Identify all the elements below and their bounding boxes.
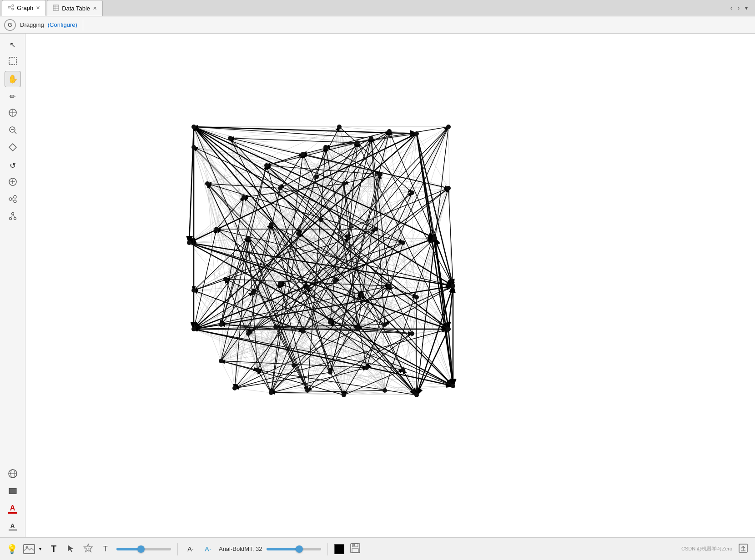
svg-point-790 <box>332 279 337 284</box>
graph-canvas[interactable] <box>25 34 755 537</box>
upload-button[interactable] <box>737 543 750 555</box>
svg-point-802 <box>410 331 414 336</box>
svg-point-812 <box>269 390 273 395</box>
bottom-toolbar: 💡 ▾ T T <box>0 537 755 560</box>
svg-point-27 <box>11 213 14 215</box>
svg-point-796 <box>246 331 251 336</box>
rectangle-tool[interactable] <box>5 484 21 500</box>
select-bottom-button[interactable] <box>65 543 77 555</box>
svg-point-805 <box>255 368 260 372</box>
svg-line-416 <box>194 290 271 393</box>
hand-tool[interactable]: ✋ <box>5 71 21 87</box>
svg-line-578 <box>417 329 448 395</box>
image-button[interactable] <box>23 543 35 555</box>
svg-point-774 <box>187 240 191 245</box>
svg-line-31 <box>13 215 15 218</box>
svg-point-785 <box>191 288 196 293</box>
tab-datatable-close[interactable]: ✕ <box>93 6 97 11</box>
svg-point-788 <box>278 281 282 286</box>
svg-point-781 <box>373 227 378 231</box>
svg-line-468 <box>362 295 448 329</box>
svg-point-2 <box>12 8 14 10</box>
text-tool-red[interactable]: A <box>5 501 21 517</box>
svg-point-770 <box>342 181 346 186</box>
cursor-icon: ↖ <box>10 40 15 49</box>
pencil-icon: ✏ <box>10 92 15 101</box>
select-tool[interactable] <box>5 54 21 70</box>
star-button[interactable] <box>82 543 95 555</box>
zoom-out-tool[interactable] <box>5 123 21 139</box>
size-slider[interactable] <box>116 548 171 550</box>
color-selector[interactable] <box>334 544 344 554</box>
svg-point-792 <box>387 284 392 288</box>
globe-tool[interactable] <box>5 466 21 483</box>
globe-icon <box>8 469 18 480</box>
svg-rect-35 <box>9 488 16 494</box>
upload-icon <box>738 543 748 555</box>
cursor-tool[interactable]: ↖ <box>5 36 21 53</box>
tab-graph[interactable]: Graph ✕ <box>2 0 46 16</box>
hierarchy-tool[interactable] <box>5 209 21 225</box>
svg-point-807 <box>328 370 332 375</box>
svg-line-95 <box>194 147 253 293</box>
toolbar-row: G Dragging (Configure) <box>0 16 755 34</box>
svg-point-793 <box>414 295 419 300</box>
svg-point-797 <box>273 325 278 329</box>
text-small-icon: T <box>103 545 108 553</box>
svg-point-771 <box>378 172 383 177</box>
image-dropdown-button[interactable]: ▾ <box>37 543 43 555</box>
graph-icon <box>8 4 14 12</box>
add-node-tool[interactable] <box>5 175 21 191</box>
svg-point-798 <box>301 329 305 334</box>
configure-link[interactable]: (Configure) <box>48 21 77 28</box>
font-color-button[interactable]: A· <box>201 543 214 555</box>
text-tool[interactable]: A <box>5 518 21 535</box>
text-small-button[interactable]: T <box>99 543 112 555</box>
tab-datatable-label: Data Table <box>62 5 90 12</box>
svg-point-765 <box>369 136 373 140</box>
star-icon <box>83 543 93 555</box>
svg-point-24 <box>14 200 16 203</box>
svg-rect-824 <box>352 549 358 552</box>
tab-graph-close[interactable]: ✕ <box>36 5 40 10</box>
svg-point-814 <box>342 393 346 397</box>
text-large-icon: T <box>51 544 56 554</box>
size-slider-thumb <box>137 545 145 553</box>
text-large-button[interactable]: T <box>47 543 60 555</box>
bt-separator1 <box>177 543 178 555</box>
split-tool[interactable] <box>5 192 21 208</box>
svg-point-813 <box>305 388 310 393</box>
rotate-tool[interactable]: ↺ <box>5 157 21 174</box>
diamond-tool[interactable] <box>5 140 21 156</box>
tab-prev-button[interactable]: ‹ <box>729 4 734 12</box>
svg-line-607 <box>230 138 357 143</box>
zoom-out-icon <box>8 125 17 136</box>
lightbulb-button[interactable]: 💡 <box>5 543 18 555</box>
svg-line-25 <box>12 198 14 199</box>
svg-point-761 <box>323 145 328 150</box>
font-slider-container <box>267 548 321 550</box>
svg-point-791 <box>360 293 364 297</box>
eraser-tool[interactable] <box>5 105 21 122</box>
font-slider[interactable] <box>267 548 321 550</box>
svg-line-281 <box>271 175 380 225</box>
toolbar-logo: G <box>4 19 16 31</box>
svg-line-615 <box>194 127 371 138</box>
svg-point-783 <box>433 236 437 240</box>
font-size-button[interactable]: A· <box>184 543 197 555</box>
svg-point-809 <box>401 368 405 372</box>
tab-datatable[interactable]: Data Table ✕ <box>47 0 103 16</box>
pencil-tool[interactable]: ✏ <box>5 88 21 105</box>
svg-line-3 <box>10 6 12 7</box>
watermark-label: CSDN @机器学习Zero <box>681 545 732 552</box>
tab-bar: Graph ✕ Data Table ✕ ‹ › ▾ <box>0 0 755 16</box>
svg-point-780 <box>346 236 351 240</box>
svg-point-787 <box>251 290 255 295</box>
tab-menu-button[interactable]: ▾ <box>743 4 750 12</box>
svg-point-768 <box>278 186 282 190</box>
svg-text:G: G <box>8 22 12 28</box>
tab-next-button[interactable]: › <box>736 4 741 12</box>
svg-line-603 <box>221 165 267 325</box>
save-button[interactable] <box>349 543 362 555</box>
svg-line-86 <box>448 127 453 386</box>
